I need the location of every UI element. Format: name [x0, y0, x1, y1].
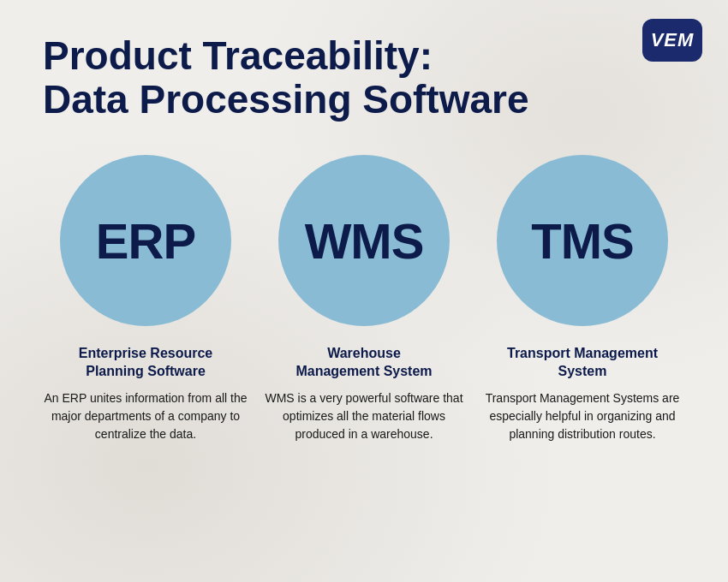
circle-tms: TMS: [497, 155, 668, 326]
title-line2: Data Processing Software: [43, 78, 529, 122]
main-container: VEM Product Traceability: Data Processin…: [0, 0, 728, 582]
logo-shape: VEM: [642, 19, 702, 62]
card-tms: TMS Transport ManagementSystem Transport…: [480, 155, 685, 443]
desc-tms: Transport Management Systems are especia…: [480, 389, 685, 443]
card-wms: WMS WarehouseManagement System WMS is a …: [261, 155, 467, 443]
title-line1: Product Traceability:: [43, 34, 529, 78]
abbr-wms: WMS: [305, 212, 424, 270]
title-tms: Transport ManagementSystem: [507, 345, 658, 381]
cards-row: ERP Enterprise ResourcePlanning Software…: [43, 155, 685, 443]
title-wms: WarehouseManagement System: [295, 345, 432, 381]
abbr-tms: TMS: [531, 212, 633, 270]
title-erp: Enterprise ResourcePlanning Software: [79, 345, 213, 381]
desc-erp: An ERP unites information from all the m…: [43, 389, 248, 443]
title-block: Product Traceability: Data Processing So…: [43, 34, 529, 121]
circle-wms: WMS: [278, 155, 450, 326]
card-erp: ERP Enterprise ResourcePlanning Software…: [43, 155, 248, 443]
logo: VEM: [642, 19, 702, 62]
abbr-erp: ERP: [96, 212, 195, 270]
circle-erp: ERP: [60, 155, 231, 326]
desc-wms: WMS is a very powerful software that opt…: [261, 389, 467, 443]
logo-text: VEM: [651, 29, 695, 51]
